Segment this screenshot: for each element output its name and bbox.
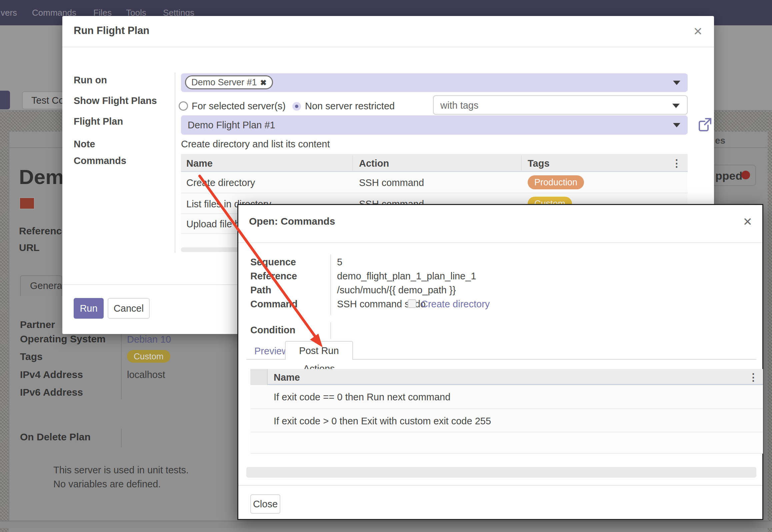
note-unit-tests: This server is used in unit tests. xyxy=(53,465,189,476)
post-run-actions-table: Name ⋮ If exit code == 0 then Run next c… xyxy=(250,369,763,454)
label-path: Path xyxy=(250,285,271,296)
open-modal-footer-divider xyxy=(238,485,762,486)
page-bottom-strip xyxy=(0,521,772,528)
value-reference: demo_flight_plan_1_plan_line_1 xyxy=(337,271,476,282)
note-value: Create directory and list its content xyxy=(181,139,330,150)
post-run-action-name: If exit code > 0 then Exit with custom e… xyxy=(274,416,491,427)
value-path: /such/much/{{ demo_path }} xyxy=(337,285,456,296)
flight-plan-select[interactable]: Demo Flight Plan #1 xyxy=(181,115,688,135)
label-reference: Reference xyxy=(19,225,67,237)
label-condition: Condition xyxy=(250,325,295,336)
open-modal-label-separator-2 xyxy=(330,322,331,339)
run-button[interactable]: Run xyxy=(74,298,104,319)
close-button[interactable]: Close xyxy=(250,494,280,514)
close-icon[interactable]: ✕ xyxy=(743,215,753,228)
label-partner: Partner xyxy=(20,319,55,330)
open-commands-modal: Open: Commands ✕ Sequence Reference Path… xyxy=(237,204,763,520)
tags-filter-select[interactable]: with tags xyxy=(433,95,688,115)
run-on-select[interactable]: Demo Server #1✖ xyxy=(181,73,688,92)
chevron-down-icon xyxy=(673,81,680,85)
header-col-divider xyxy=(352,155,353,171)
label-ipv4: IPv4 Address xyxy=(20,369,83,380)
table-options-icon[interactable]: ⋮ xyxy=(748,371,758,383)
server-chip[interactable]: Demo Server #1✖ xyxy=(185,75,273,89)
label-flight-plan: Flight Plan xyxy=(74,116,123,127)
bg-field-separator-2 xyxy=(121,429,122,447)
label-tags: Tags xyxy=(20,351,43,362)
cell-name: Create directory xyxy=(186,177,255,188)
col-action[interactable]: Action xyxy=(359,158,389,169)
right-heading-fragment: es xyxy=(715,135,725,146)
tag-production: Production xyxy=(528,175,584,189)
cancel-button[interactable]: Cancel xyxy=(108,298,150,319)
color-swatch[interactable] xyxy=(19,197,35,209)
cell-action: SSH command xyxy=(359,177,424,188)
table-row[interactable]: Create directory SSH command Production xyxy=(181,172,688,193)
create-directory-link[interactable]: Create directory xyxy=(421,299,490,310)
primary-button-fragment[interactable] xyxy=(0,91,10,109)
server-title-fragment: Demo xyxy=(19,167,63,187)
label-show-flight-plans: Show Flight Plans xyxy=(74,95,157,106)
value-sequence: 5 xyxy=(337,257,342,268)
radio-non-restricted[interactable] xyxy=(292,102,301,111)
col-name[interactable]: Name xyxy=(274,372,300,383)
nav-item-servers[interactable]: vers xyxy=(1,0,17,25)
radio-selected-servers[interactable] xyxy=(179,101,188,111)
screen: vers Commands Files Tools Settings Test … xyxy=(0,0,772,532)
run-modal-title: Run Flight Plan xyxy=(74,25,149,37)
label-note: Note xyxy=(74,139,95,150)
horizontal-scrollbar[interactable] xyxy=(246,467,756,478)
note-no-variables: No variables are defined. xyxy=(53,479,161,490)
open-modal-header-divider xyxy=(238,242,762,243)
chevron-down-icon xyxy=(673,123,680,127)
open-modal-label-separator xyxy=(330,254,331,315)
run-modal-label-separator xyxy=(175,73,175,253)
tab-general[interactable]: General xyxy=(20,275,62,296)
tab-post-run-actions[interactable]: Post Run Actions xyxy=(285,341,353,360)
hatch-right-margin xyxy=(768,111,772,532)
commands-table-header: Name Action Tags ⋮ xyxy=(181,154,688,172)
table-options-icon[interactable]: ⋮ xyxy=(672,157,682,169)
list-item[interactable]: If exit code == 0 then Run next command xyxy=(250,385,763,408)
label-on-delete-plan: On Delete Plan xyxy=(20,431,91,443)
tags-filter-value: with tags xyxy=(440,100,478,111)
label-run-on: Run on xyxy=(74,75,107,86)
label-command: Command xyxy=(250,299,298,310)
select-column[interactable] xyxy=(250,369,268,385)
label-sequence: Sequence xyxy=(250,257,296,268)
flight-plan-value: Demo Flight Plan #1 xyxy=(188,120,275,131)
label-reference: Reference xyxy=(250,271,297,282)
radio-selected-servers-label[interactable]: For selected server(s) xyxy=(192,101,286,112)
list-item[interactable]: If exit code > 0 then Exit with custom e… xyxy=(250,408,763,432)
close-icon[interactable]: ✕ xyxy=(693,25,703,38)
chevron-down-icon xyxy=(672,104,680,108)
label-commands: Commands xyxy=(74,155,126,166)
label-ipv6: IPv6 Address xyxy=(20,387,83,398)
sudo-checkbox[interactable] xyxy=(408,299,416,308)
chip-remove-icon[interactable]: ✖ xyxy=(260,78,267,87)
status-dot-icon xyxy=(741,171,750,179)
external-link-icon[interactable] xyxy=(697,117,713,133)
open-modal-title: Open: Commands xyxy=(249,216,335,227)
col-name[interactable]: Name xyxy=(186,158,213,169)
tag-custom-dim: Custom xyxy=(127,350,170,363)
bg-field-separator xyxy=(121,333,122,399)
run-modal-header-divider xyxy=(62,47,714,47)
radio-non-restricted-label[interactable]: Non server restricted xyxy=(305,101,395,112)
tab-preview[interactable]: Preview xyxy=(254,346,289,357)
tab-bar: Preview Post Run Actions xyxy=(238,340,764,360)
label-operating-system: Operating System xyxy=(20,333,106,345)
value-ipv4: localhost xyxy=(127,369,165,380)
header-col-divider xyxy=(521,155,522,171)
cell-name: Upload file by xyxy=(186,219,245,230)
post-table-header: Name ⋮ xyxy=(250,369,763,385)
status-badge-label: pped xyxy=(715,169,742,182)
col-tags[interactable]: Tags xyxy=(528,158,550,169)
post-run-action-name: If exit code == 0 then Run next command xyxy=(274,392,450,403)
hatch-left-margin xyxy=(0,111,9,532)
value-operating-system[interactable]: Debian 10 xyxy=(127,334,171,345)
label-url: URL xyxy=(19,242,40,253)
radio-dot-icon xyxy=(295,105,298,108)
server-chip-label: Demo Server #1 xyxy=(191,77,257,87)
list-item-empty xyxy=(250,432,763,454)
